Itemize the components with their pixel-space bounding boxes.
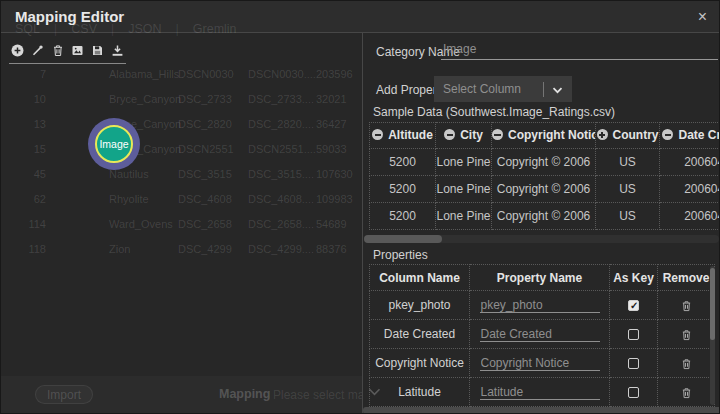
backdrop-table-cell: 15 bbox=[1, 137, 46, 162]
canvas-panel: 7Alabama_HillsDSCN0030DSCN0030....203596… bbox=[1, 33, 363, 413]
backdrop-table-row: 118ZionDSC_4299DSC_4299....88376 bbox=[1, 237, 362, 262]
minus-circle-icon[interactable] bbox=[492, 129, 503, 140]
backdrop-table-cell: DSCN2551.... bbox=[248, 137, 316, 162]
backdrop-table-cell: 10 bbox=[1, 87, 46, 112]
mapping-form-panel: Category Name Add Property Select Column… bbox=[363, 33, 719, 413]
backdrop-table-cell: DSC_3515.... bbox=[248, 162, 314, 187]
sample-column-header: Altitude bbox=[370, 123, 436, 149]
sample-header-content: City bbox=[444, 128, 483, 142]
backdrop-table-cell: 54689 bbox=[316, 212, 347, 237]
backdrop-table-cell: DSC_4608.... bbox=[248, 187, 314, 212]
backdrop-table-cell: 45 bbox=[1, 162, 46, 187]
sample-data-table-wrap: AltitudeCityCopyright NoticeCountryDate … bbox=[369, 122, 719, 230]
property-name-input[interactable] bbox=[480, 385, 600, 400]
backdrop-table-cell: DSCN0030.... bbox=[248, 62, 316, 87]
export-image-icon[interactable] bbox=[71, 44, 84, 57]
backdrop-table-cell: Rhyolite bbox=[109, 187, 149, 212]
backdrop-table-cell: 88376 bbox=[316, 237, 347, 262]
sample-data-row: 5200Lone PineCopyright © 2006US2006040 bbox=[370, 203, 720, 230]
backdrop-table-row: 15Bryce_CanyonDSCN2551DSCN2551....59033 bbox=[1, 137, 362, 162]
properties-v-scrollbar-thumb[interactable] bbox=[710, 268, 715, 340]
property-name-input[interactable] bbox=[480, 327, 600, 342]
backdrop-table-cell: 118 bbox=[1, 237, 46, 262]
download-icon[interactable] bbox=[111, 44, 124, 57]
sample-data-table: AltitudeCityCopyright NoticeCountryDate … bbox=[369, 122, 719, 230]
properties-column-header: As Key bbox=[610, 265, 658, 291]
minus-circle-icon[interactable] bbox=[444, 129, 455, 140]
backdrop-table-row: 114Ward_OvensDSC_2658DSC_2658....54689 bbox=[1, 212, 362, 237]
as-key-cell bbox=[610, 349, 658, 378]
backdrop-table-row: 62RhyoliteDSC_4608DSC_4608....109983 bbox=[1, 187, 362, 212]
minus-circle-icon[interactable] bbox=[372, 129, 383, 140]
backdrop-table-cell: Alabama_Hills bbox=[109, 62, 179, 87]
backdrop-mapping-hint: Please select mapping bbox=[273, 388, 363, 402]
sample-data-cell: Lone Pine bbox=[436, 149, 492, 176]
category-node-label: Image bbox=[99, 138, 128, 150]
backdrop-table-cell: 13 bbox=[1, 112, 46, 137]
backdrop-table-cell: DSC_2658 bbox=[178, 212, 232, 237]
backdrop-table-cell: Zion bbox=[109, 237, 130, 262]
remove-trash-icon[interactable] bbox=[681, 300, 692, 312]
as-key-checkbox[interactable] bbox=[628, 358, 639, 369]
close-icon[interactable]: × bbox=[698, 1, 707, 32]
as-key-checkbox[interactable] bbox=[628, 387, 639, 398]
sample-data-cell: Copyright © 2006 bbox=[492, 203, 596, 230]
backdrop-table-cell: DSC_2733 bbox=[178, 87, 232, 112]
backdrop-table-row: 13Bryce_CanyonDSC_2820DSC_2820....36427 bbox=[1, 112, 362, 137]
minus-circle-icon[interactable] bbox=[662, 129, 673, 140]
remove-trash-icon[interactable] bbox=[681, 358, 692, 370]
select-divider bbox=[543, 82, 544, 97]
backdrop-table-cell: 62 bbox=[1, 187, 46, 212]
property-row: pkey_photo bbox=[370, 291, 715, 320]
remove-trash-icon[interactable] bbox=[681, 329, 692, 341]
add-node-icon[interactable] bbox=[11, 44, 24, 57]
category-name-input[interactable] bbox=[441, 39, 718, 60]
chevron-down-icon bbox=[552, 80, 563, 98]
category-node-image[interactable]: Image bbox=[88, 118, 140, 170]
property-name-cell bbox=[470, 349, 610, 378]
delete-icon[interactable] bbox=[51, 44, 64, 57]
property-name-input[interactable] bbox=[480, 356, 600, 371]
add-edge-icon[interactable] bbox=[31, 44, 44, 57]
column-select-dropdown[interactable]: Select Column bbox=[434, 76, 572, 102]
category-node-circle: Image bbox=[95, 125, 133, 163]
sample-column-header: City bbox=[436, 123, 492, 149]
properties-column-header: Remove bbox=[658, 265, 715, 291]
property-row: Copyright Notice bbox=[370, 349, 715, 378]
as-key-checkbox[interactable] bbox=[628, 329, 639, 340]
sample-column-label: City bbox=[460, 128, 483, 142]
plus-circle-icon[interactable] bbox=[597, 129, 608, 140]
sample-data-row: 5200Lone PineCopyright © 2006US2006040 bbox=[370, 149, 720, 176]
sample-h-scrollbar-thumb[interactable] bbox=[364, 235, 442, 243]
backdrop-table-cell: 203596 bbox=[316, 62, 353, 87]
properties-h-scrollbar[interactable] bbox=[363, 407, 719, 413]
sample-data-cell: 5200 bbox=[370, 176, 436, 203]
remove-cell bbox=[658, 378, 715, 407]
backdrop-table-cell: Bryce_Canyon bbox=[109, 87, 181, 112]
backdrop-footer-band bbox=[1, 376, 362, 413]
column-select-value: Select Column bbox=[443, 82, 543, 96]
properties-column-header: Property Name bbox=[470, 265, 610, 291]
sample-column-header: Country bbox=[596, 123, 660, 149]
backdrop-table-cell: 107630 bbox=[316, 162, 353, 187]
property-name-cell bbox=[470, 291, 610, 320]
properties-table: Column NameProperty NameAs KeyRemovepkey… bbox=[369, 264, 715, 407]
backdrop-table-cell: DSCN2551 bbox=[178, 137, 234, 162]
as-key-cell bbox=[610, 291, 658, 320]
backdrop-table-cell: DSCN0030 bbox=[178, 62, 234, 87]
sample-header-content: Altitude bbox=[372, 128, 433, 142]
sample-column-header: Copyright Notice bbox=[492, 123, 596, 149]
sample-header-content: Country bbox=[597, 128, 659, 142]
sample-column-label: Date Created bbox=[678, 128, 719, 142]
sample-data-row: 5200Lone PineCopyright © 2006US2006040 bbox=[370, 176, 720, 203]
remove-trash-icon[interactable] bbox=[681, 387, 692, 399]
backdrop-table-cell: Ward_Ovens bbox=[109, 212, 173, 237]
as-key-checkbox-checked[interactable] bbox=[628, 300, 639, 311]
backdrop-table-cell: 32021 bbox=[316, 87, 347, 112]
save-icon[interactable] bbox=[91, 44, 104, 57]
backdrop-table-cell: DSC_3515 bbox=[178, 162, 232, 187]
sample-data-cell: 5200 bbox=[370, 149, 436, 176]
property-name-cell bbox=[470, 320, 610, 349]
sample-column-label: Copyright Notice bbox=[508, 128, 596, 142]
property-name-input[interactable] bbox=[480, 298, 600, 313]
